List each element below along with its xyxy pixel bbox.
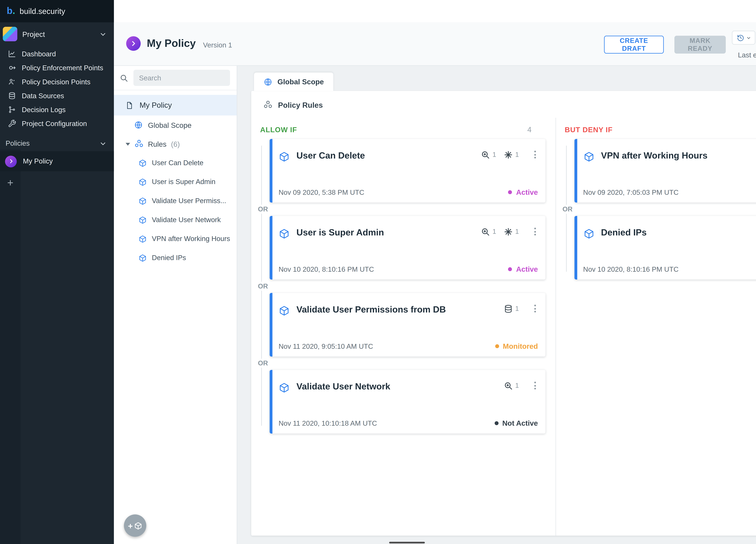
sidebar-item-project-configuration[interactable]: Project Configuration [0,117,114,131]
tree-item-label: Denied IPs [152,254,186,262]
tree-item-label: User Can Delete [152,159,203,167]
cube-icon [279,228,290,240]
tree-root-my-policy[interactable]: My Policy [114,95,237,116]
section-title: Policy Rules [278,101,323,109]
tree-item-rules[interactable]: Rules (6) [114,135,237,154]
burst-icon [503,227,513,236]
add-policy-button[interactable]: + [5,178,16,189]
enforcement-icon [8,64,16,72]
caret-down-icon [126,143,130,145]
rules-cluster-icon [134,139,144,149]
tree-item-label: VPN after Working Hours [152,235,230,243]
rule-card-title: Validate User Network [297,378,503,392]
person-icon [8,78,16,86]
brand-logo: b. build.security [0,0,114,22]
column-but-deny-if: BUT DENY IF 2 VPN after Working Hours [555,118,756,536]
globe-icon [264,77,272,86]
tree-rule-validate-user-permissions[interactable]: Validate User Permiss... [114,191,237,210]
tree-item-global-scope[interactable]: Global Scope [114,116,237,135]
policy-explorer: My Policy Global Scope Rules (6) User Ca… [114,66,237,544]
status-badge: Monitored [495,342,538,350]
horizontal-scrollbar[interactable] [389,542,425,543]
rule-card-title: User Can Delete [297,147,481,161]
sidebar-item-label: Project Configuration [22,120,87,128]
mark-ready-button[interactable]: MARK READY [674,36,726,54]
sidebar-item-label: Policy Decision Points [22,78,90,86]
version-selector: Version 1 READY [732,31,756,45]
rule-card-title: Denied IPs [601,224,756,238]
rule-card-user-is-super-admin[interactable]: User is Super Admin 1 1 [270,216,545,279]
cube-icon [583,228,594,240]
cube-icon [138,216,147,224]
policy-document-icon [125,101,134,110]
version-history-button[interactable] [732,31,756,45]
rule-card-user-can-delete[interactable]: User Can Delete 1 1 [270,139,545,203]
badge-count: 1 [515,304,519,312]
search-bar [114,66,237,90]
primary-sidebar: b. build.security Project Dashboard Poli… [0,0,114,544]
status-badge: Not Active [494,419,538,427]
sidebar-item-policy-enforcement-points[interactable]: Policy Enforcement Points [0,61,114,75]
rule-card-validate-user-network[interactable]: Validate User Network 1 [270,370,545,433]
tree-rule-validate-user-network[interactable]: Validate User Network [114,210,237,230]
top-bar [114,0,756,22]
sidebar-item-policy-decision-points[interactable]: Policy Decision Points [0,75,114,89]
sidebar-item-decision-logs[interactable]: Decision Logs [0,103,114,117]
sidebar-nav: Dashboard Policy Enforcement Points Poli… [0,47,114,131]
kebab-menu-icon[interactable] [531,380,538,391]
sidebar-item-data-sources[interactable]: Data Sources [0,89,114,103]
status-badge: Active [508,265,538,273]
rule-card-title: Validate User Permissions from DB [297,301,503,315]
column-count: 4 [527,126,532,134]
cube-icon [134,521,142,530]
column-allow-if: ALLOW IF 4 User Can Delete [251,118,555,536]
rules-count: (6) [171,140,180,148]
tab-label: Global Scope [277,78,324,86]
project-avatar-icon [3,27,17,41]
database-icon [8,92,16,100]
tree-rule-user-is-super-admin[interactable]: User is Super Admin [114,173,237,192]
rule-card-badges: 1 1 [481,147,539,160]
tree-item-label: Global Scope [148,121,191,129]
tree-item-label: User is Super Admin [152,178,215,186]
rule-card-date: Nov 09 2020, 5:38 PM UTC [279,188,364,196]
app-root: b. build.security Project Dashboard Poli… [0,0,756,544]
policies-section-label: Policies [6,140,30,147]
badge-count: 1 [515,382,519,389]
create-draft-button[interactable]: CREATE DRAFT [604,36,664,54]
policies-section-header[interactable]: Policies [0,136,114,151]
project-selector[interactable]: Project [0,24,114,44]
tree-item-label: Validate User Network [152,216,221,224]
tree-item-label: Validate User Permiss... [152,197,226,205]
sidebar-item-label: Decision Logs [22,106,66,114]
rule-card-date: Nov 11 2020, 10:10:18 AM UTC [279,419,377,427]
cube-icon [138,159,147,167]
tree-rule-user-can-delete[interactable]: User Can Delete [114,153,237,173]
status-badge: Active [508,188,538,196]
brand-name: build.security [20,7,65,16]
column-header: BUT DENY IF 2 [565,126,756,134]
rule-card-vpn-after-working-hours[interactable]: VPN after Working Hours 1 [574,139,756,203]
sidebar-rail [0,150,21,544]
kebab-menu-icon[interactable] [531,303,538,314]
add-rule-button[interactable]: + [124,514,146,537]
cube-icon [138,235,147,243]
rule-card-date: Nov 10 2020, 8:10:16 PM UTC [279,266,374,273]
column-header: ALLOW IF 4 [260,126,532,134]
tree-rule-denied-ips[interactable]: Denied IPs [114,248,237,267]
search-input[interactable] [133,70,230,86]
status-dot [494,421,498,425]
kebab-menu-icon[interactable] [531,149,538,160]
sidebar-policy-my-policy[interactable]: My Policy [0,151,114,171]
project-label: Project [22,30,94,38]
policy-logo-icon [126,36,141,51]
rule-card-badges: 1 1 [481,224,539,237]
kebab-menu-icon[interactable] [531,226,538,237]
rule-card-denied-ips[interactable]: Denied IPs 1 Nov 10 20 [574,216,756,279]
rule-card-validate-user-permissions[interactable]: Validate User Permissions from DB 1 [270,293,545,356]
sidebar-item-dashboard[interactable]: Dashboard [0,47,114,61]
page-header: My Policy Version 1 CREATE DRAFT MARK RE… [114,22,756,66]
page-title-group: My Policy Version 1 [126,36,232,52]
tab-global-scope[interactable]: Global Scope [254,73,333,91]
tree-rule-vpn-after-working-hours[interactable]: VPN after Working Hours [114,230,237,249]
